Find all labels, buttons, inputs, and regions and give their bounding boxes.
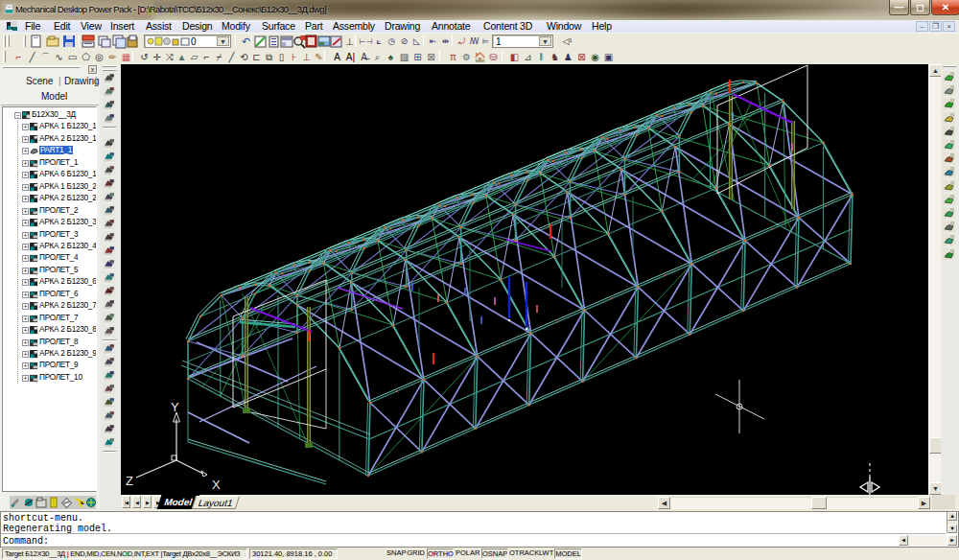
svg-text:X: X bbox=[212, 478, 221, 492]
svg-text:Y: Y bbox=[171, 400, 179, 414]
svg-text:Z: Z bbox=[126, 474, 133, 488]
